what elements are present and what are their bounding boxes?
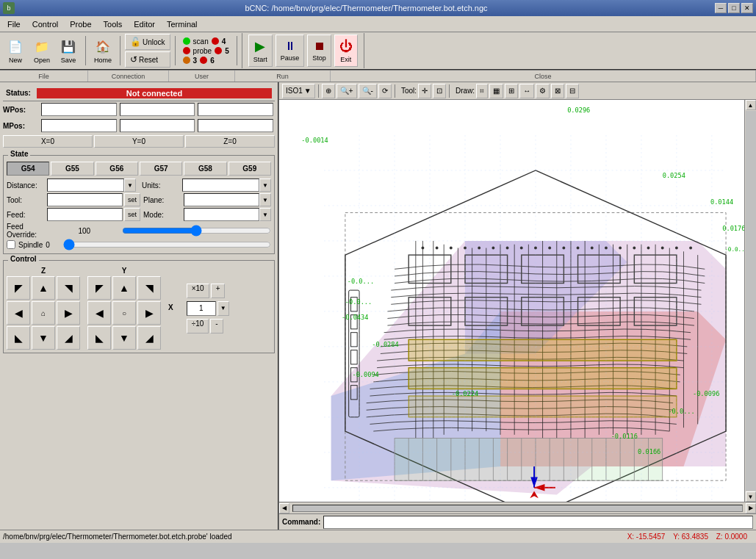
menu-tools[interactable]: Tools (98, 17, 129, 32)
plane-input[interactable] (184, 193, 259, 206)
scroll-left-button[interactable]: ◀ (279, 503, 289, 513)
mode-arrow[interactable]: ▼ (259, 208, 271, 221)
tool-icon-1[interactable]: ✛ (418, 84, 431, 98)
g58-button[interactable]: G58 (184, 162, 226, 176)
g59-button[interactable]: G59 (228, 162, 271, 176)
y-up-button[interactable]: ▲ (112, 276, 136, 300)
y-right-button[interactable]: ▶ (137, 301, 161, 325)
y-downright-button[interactable]: ◢ (137, 326, 161, 350)
plus-button[interactable]: + (211, 284, 226, 298)
distance-input[interactable] (47, 178, 124, 192)
g54-button[interactable]: G54 (7, 162, 49, 176)
wpos-y-field[interactable] (120, 103, 195, 116)
y-left-button[interactable]: ◀ (87, 301, 111, 325)
menu-file[interactable]: File (1, 17, 26, 32)
step-input[interactable] (187, 301, 216, 316)
z-right-button[interactable]: ▶ (57, 301, 80, 325)
draw-icon-2[interactable]: ▦ (489, 84, 503, 98)
y-downleft-button[interactable]: ◣ (87, 326, 111, 350)
exit-icon: ⏻ (339, 39, 353, 54)
draw-section-label: Draw: (456, 87, 475, 95)
feed-override-slider[interactable] (122, 226, 271, 235)
tool-set-button[interactable]: set (124, 193, 140, 206)
y-down-button[interactable]: ▼ (112, 326, 136, 350)
menu-probe[interactable]: Probe (64, 17, 97, 32)
step-dropdown[interactable]: ▼ (217, 301, 229, 316)
z-zero-button[interactable]: Z=0 (185, 135, 275, 148)
z-upleft-button[interactable]: ◤ (7, 276, 30, 300)
horizontal-scrollbar[interactable]: ◀ ▶ (279, 502, 756, 513)
draw-icon-7[interactable]: ⊟ (566, 84, 579, 98)
draw-icon-4[interactable]: ↔ (519, 84, 534, 98)
view-zoom-out-button[interactable]: 🔍- (359, 84, 377, 98)
save-button[interactable]: 💾 Save (56, 35, 81, 67)
menu-control[interactable]: Control (26, 17, 64, 32)
open-button[interactable]: 📁 Open (29, 35, 54, 67)
multiply-button[interactable]: ×10 (187, 284, 209, 298)
wpos-x-field[interactable] (41, 103, 117, 116)
z-down-button[interactable]: ▼ (32, 326, 55, 350)
g57-button[interactable]: G57 (140, 162, 182, 176)
x-zero-button[interactable]: X=0 (3, 135, 93, 148)
wpos-z-field[interactable] (198, 103, 273, 116)
z-downright-button[interactable]: ◢ (57, 326, 80, 350)
maximize-button[interactable]: □ (728, 3, 740, 13)
units-arrow[interactable]: ▼ (259, 178, 271, 192)
mpos-x-field[interactable] (41, 119, 117, 132)
save-icon: 💾 (60, 38, 77, 56)
draw-icon-6[interactable]: ⊠ (551, 84, 564, 98)
y-upright-button[interactable]: ◥ (137, 276, 161, 300)
mode-input[interactable] (184, 208, 259, 221)
feed-input[interactable] (47, 208, 123, 221)
new-button[interactable]: 📄 New (3, 35, 28, 67)
spindle-slider[interactable] (63, 240, 271, 249)
vertical-scrollbar[interactable]: ▲ ▼ (744, 100, 756, 502)
y-center-button[interactable]: ○ (112, 301, 136, 325)
feed-set-button[interactable]: set (124, 208, 140, 221)
stop-button[interactable]: ⏹ Stop (307, 35, 331, 67)
menu-editor[interactable]: Editor (128, 17, 161, 32)
divide-button[interactable]: ÷10 (187, 319, 209, 333)
minus-button[interactable]: - (210, 319, 223, 333)
reset-button[interactable]: ↺ Reset (125, 51, 170, 68)
mpos-y-field[interactable] (120, 119, 195, 132)
z-home-button[interactable]: ⌂ (32, 301, 55, 325)
menu-terminal[interactable]: Terminal (161, 17, 204, 32)
mpos-z-field[interactable] (198, 119, 273, 132)
view-zoom-in-button[interactable]: 🔍+ (336, 84, 357, 98)
tool-icon-2[interactable]: ⊡ (433, 84, 446, 98)
iso-dropdown[interactable]: ISO1 ▼ (282, 84, 315, 98)
command-input[interactable] (323, 516, 753, 529)
spindle-checkbox[interactable] (7, 240, 15, 249)
home-button[interactable]: 🏠 Home (90, 35, 115, 67)
distance-arrow[interactable]: ▼ (124, 178, 136, 192)
view-reset-button[interactable]: ⟳ (378, 84, 392, 98)
y-zero-button[interactable]: Y=0 (94, 135, 184, 148)
tool-input[interactable] (47, 193, 123, 206)
unlock-button[interactable]: 🔓 Unlock (125, 34, 170, 50)
view-fit-button[interactable]: ⊕ (322, 84, 335, 98)
g55-button[interactable]: G55 (51, 162, 93, 176)
exit-button[interactable]: ⏻ Exit (334, 35, 358, 67)
scroll-down-button[interactable]: ▼ (746, 491, 756, 502)
z-up-button[interactable]: ▲ (32, 276, 55, 300)
scroll-up-button[interactable]: ▲ (746, 100, 756, 110)
window-controls[interactable]: ─ □ ✕ (715, 3, 753, 13)
close-button[interactable]: ✕ (741, 3, 753, 13)
units-input[interactable] (182, 178, 259, 192)
main-content: Status: Not connected WPos: MPos: X=0 Y=… (0, 82, 756, 530)
scroll-right-button[interactable]: ▶ (746, 503, 756, 513)
scan-num-dot (212, 37, 219, 45)
z-left-button[interactable]: ◀ (7, 301, 30, 325)
g56-button[interactable]: G56 (96, 162, 138, 176)
z-upright-button[interactable]: ◥ (57, 276, 80, 300)
pause-button[interactable]: ⏸ Pause (276, 35, 305, 67)
y-upleft-button[interactable]: ◤ (87, 276, 111, 300)
z-downleft-button[interactable]: ◣ (7, 326, 30, 350)
draw-icon-1[interactable]: ⌗ (476, 84, 488, 98)
draw-icon-5[interactable]: ⚙ (536, 84, 550, 98)
minimize-button[interactable]: ─ (715, 3, 727, 13)
start-button[interactable]: ▶ Start (248, 35, 273, 67)
draw-icon-3[interactable]: ⊞ (505, 84, 518, 98)
plane-arrow[interactable]: ▼ (259, 193, 271, 206)
